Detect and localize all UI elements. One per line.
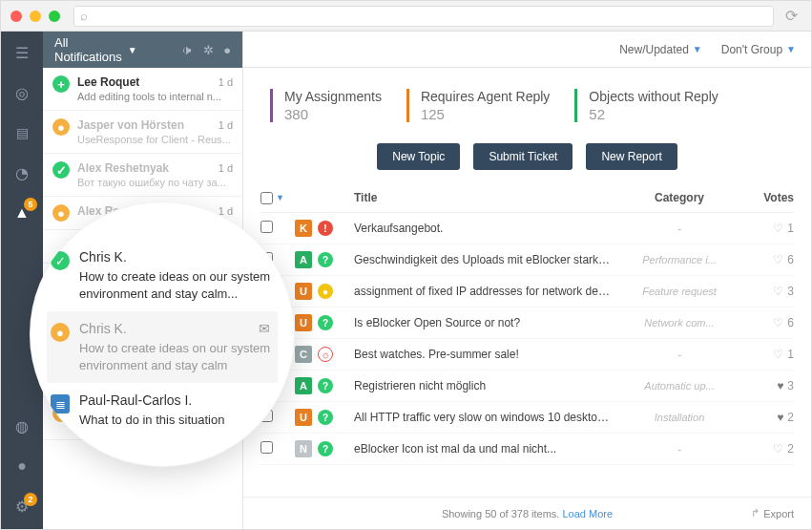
gear-icon[interactable]: ⚙2 (12, 497, 31, 516)
row-votes[interactable]: ♡ 1 (737, 348, 794, 361)
heart-icon: ♥ (777, 411, 783, 424)
stat-card[interactable]: Objects without Reply 52 (574, 89, 718, 122)
chevron-down-icon[interactable]: ▼ (276, 193, 284, 202)
chevron-down-icon[interactable]: ▼ (128, 45, 137, 55)
compass-icon[interactable]: ◎ (12, 83, 31, 102)
window-titlebar: ⌕ ⟳ (1, 1, 811, 32)
select-all-cell[interactable]: ▼ (260, 192, 295, 204)
state-icon: ? (318, 252, 333, 267)
notification-type-icon: ✓ (52, 161, 70, 179)
row-votes[interactable]: ♥ 3 (737, 379, 794, 392)
gear-badge: 2 (24, 493, 37, 506)
load-more-link[interactable]: Load More (563, 508, 614, 519)
heart-icon: ♡ (773, 316, 783, 329)
row-votes[interactable]: ♥ 2 (737, 411, 794, 424)
type-badge: K (295, 220, 312, 237)
new-report-button[interactable]: New Report (586, 143, 677, 170)
row-category: Feature request (622, 286, 737, 297)
lens-notification-item[interactable]: ✉ ● Chris K. How to create ideas on our … (47, 311, 278, 383)
notification-author: Lee Roquet (77, 75, 139, 89)
cycle-icon[interactable]: ◔ (12, 163, 31, 182)
type-badge: U (295, 409, 312, 426)
refresh-icon[interactable]: ⟳ (781, 7, 802, 25)
notification-preview: Вот такую ошибку по чату за... (77, 177, 233, 188)
row-checkbox[interactable] (260, 441, 273, 454)
bell-icon[interactable]: ▲5 (12, 203, 31, 223)
global-search-input[interactable]: ⌕ (73, 6, 774, 27)
notification-preview: Add editing tools to internal n... (77, 91, 233, 102)
state-icon: ☼ (318, 347, 333, 362)
lens-notification-item[interactable]: ≣ Paul-Raul-Carlos I. What to do in this… (47, 383, 278, 438)
row-votes[interactable]: ♡ 2 (737, 442, 794, 456)
content-filter-bar: New/Updated ▼ Don't Group ▼ (243, 32, 811, 68)
stat-card[interactable]: My Assignments 380 (270, 89, 382, 122)
filter-grouping[interactable]: Don't Group ▼ (721, 43, 796, 56)
window-min-dot[interactable] (30, 11, 41, 22)
table-row[interactable]: A ? Geschwindigkeit des Uploads mit eBlo… (260, 244, 794, 276)
stat-title: My Assignments (284, 89, 382, 104)
left-nav-rail: ☰ ◎ ▤ ◔ ▲5 ◍ ● ⚙2 (1, 32, 43, 529)
type-badge: A (295, 377, 312, 394)
notification-time: 1 d (219, 119, 233, 131)
notification-item[interactable]: ● Jasper von Hörsten 1 d UseResponse for… (43, 111, 242, 154)
lens-notification-item[interactable]: ✓ Chris K. How to create ideas on our sy… (47, 240, 278, 311)
stat-value: 52 (589, 106, 718, 122)
new-topic-button[interactable]: New Topic (377, 143, 460, 170)
col-title[interactable]: Title (354, 191, 622, 204)
row-title: Geschwindigkeit des Uploads mit eBlocker… (354, 253, 622, 266)
row-votes[interactable]: ♡ 3 (737, 285, 794, 298)
stat-title: Requires Agent Reply (421, 89, 550, 104)
lens-author: Paul-Raul-Carlos I. (79, 392, 274, 408)
clear-icon[interactable]: ● (223, 43, 231, 57)
stat-card[interactable]: Requires Agent Reply 125 (406, 89, 550, 122)
col-votes[interactable]: Votes (737, 191, 794, 204)
export-link[interactable]: Export (763, 508, 794, 519)
export-icon: ↱ (751, 507, 760, 519)
notification-item[interactable]: ✓ Alex Reshetnyak 1 d Вот такую ошибку п… (43, 154, 242, 197)
stat-value: 125 (421, 106, 550, 122)
row-checkbox[interactable] (260, 221, 273, 233)
avatar-icon[interactable]: ● (12, 456, 31, 476)
globe-icon[interactable]: ◍ (12, 416, 31, 435)
bell-badge: 5 (24, 198, 37, 211)
col-category[interactable]: Category (622, 191, 737, 204)
stat-value: 380 (284, 106, 382, 122)
table-row[interactable]: N ? eBlocker Icon ist mal da und mal nic… (260, 434, 794, 465)
table-row[interactable]: U ● assignment of fixed IP addresses for… (260, 276, 794, 307)
menu-icon[interactable]: ☰ (12, 43, 31, 62)
table-row[interactable]: U ? Is eBlocker Open Source or not? Netw… (260, 307, 794, 339)
document-icon[interactable]: ▤ (12, 123, 31, 142)
envelope-icon: ✉ (259, 321, 270, 336)
table-row[interactable]: K ! Verkaufsangebot. - ♡ 1 (260, 213, 794, 244)
row-category: Performance i... (622, 254, 737, 265)
window-max-dot[interactable] (49, 11, 60, 22)
sound-icon[interactable]: 🕩 (181, 43, 194, 57)
row-title: assignment of fixed IP addresses for net… (354, 285, 622, 298)
notification-type-icon: ● (52, 118, 70, 136)
notifications-title[interactable]: All Notifications (54, 35, 122, 64)
notification-author: Jasper von Hörsten (77, 118, 184, 132)
table-row[interactable]: A ? Registrieren nicht möglich Automatic… (260, 371, 794, 402)
submit-ticket-button[interactable]: Submit Ticket (473, 143, 573, 170)
zoom-lens-overlay: ✓ Chris K. How to create ideas on our sy… (30, 201, 295, 467)
row-category: - (622, 223, 737, 234)
filter-new-updated[interactable]: New/Updated ▼ (619, 43, 702, 56)
notification-item[interactable]: + Lee Roquet 1 d Add editing tools to in… (43, 68, 242, 111)
state-icon: ? (318, 441, 333, 456)
row-votes[interactable]: ♡ 6 (737, 253, 794, 266)
stats-row: My Assignments 380Requires Agent Reply 1… (243, 68, 811, 139)
notification-type-icon: ● (52, 204, 70, 222)
window-close-dot[interactable] (10, 11, 22, 22)
row-votes[interactable]: ♡ 1 (737, 222, 794, 235)
notification-time: 1 d (219, 162, 233, 174)
table-row[interactable]: U ? All HTTP traffic very slow on window… (260, 402, 794, 434)
heart-icon: ♡ (773, 253, 783, 266)
select-all-checkbox[interactable] (260, 192, 273, 204)
gear-small-icon[interactable]: ✲ (203, 43, 214, 57)
row-votes[interactable]: ♡ 6 (737, 316, 794, 329)
heart-icon: ♡ (773, 348, 783, 361)
row-title: Best watches. Pre-summer sale! (354, 348, 622, 361)
type-badge: U (295, 314, 312, 331)
main-content: New/Updated ▼ Don't Group ▼ My Assignmen… (243, 32, 811, 529)
table-row[interactable]: C ☼ Best watches. Pre-summer sale! - ♡ 1 (260, 339, 794, 371)
